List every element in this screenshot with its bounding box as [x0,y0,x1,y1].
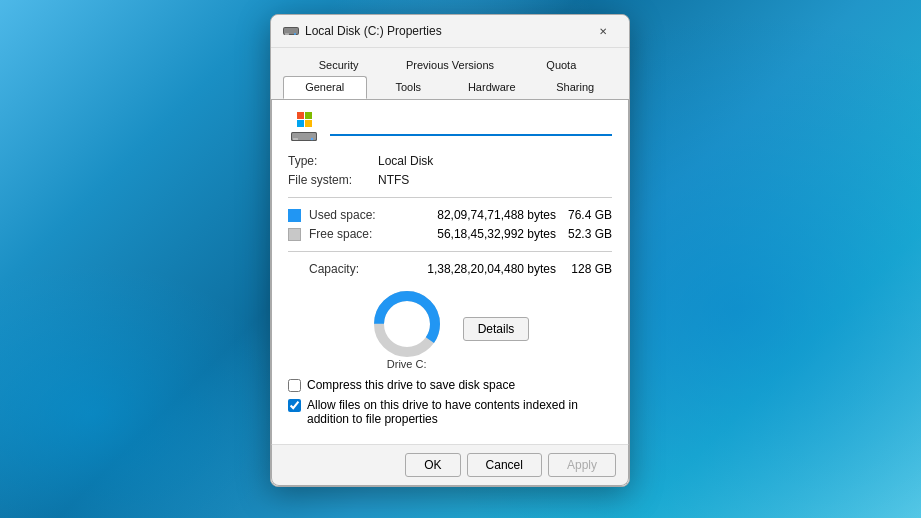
tab-quota[interactable]: Quota [506,54,617,76]
used-color-box [288,209,301,222]
index-checkbox[interactable] [288,399,301,412]
drive-name-input[interactable] [330,116,612,136]
index-checkbox-row: Allow files on this drive to have conten… [288,398,612,426]
titlebar-left: Local Disk (C:) Properties [283,23,442,39]
drive-title-icon [283,23,299,39]
svg-point-7 [311,138,313,140]
used-space-bytes: 82,09,74,71,488 bytes [384,208,564,222]
free-space-size: 52.3 GB [564,227,612,241]
tab-general[interactable]: General [283,76,367,99]
capacity-bytes: 1,38,28,20,04,480 bytes [386,262,564,276]
used-space-label: Used space: [309,208,384,222]
divider-2 [288,251,612,252]
compress-label: Compress this drive to save disk space [307,378,515,392]
filesystem-label: File system: [288,173,378,187]
tab-security[interactable]: Security [283,54,394,76]
svg-rect-6 [293,138,298,140]
capacity-row: Capacity: 1,38,28,20,04,480 bytes 128 GB [288,262,612,276]
capacity-label: Capacity: [288,262,386,276]
drive-header [288,112,612,140]
type-value: Local Disk [378,154,433,168]
window-controls: ✕ [589,21,617,41]
compress-checkbox-row: Compress this drive to save disk space [288,378,612,392]
close-button[interactable]: ✕ [589,21,617,41]
free-space-bytes: 56,18,45,32,992 bytes [384,227,564,241]
compress-checkbox[interactable] [288,379,301,392]
index-label: Allow files on this drive to have conten… [307,398,612,426]
free-space-label: Free space: [309,227,384,241]
free-space-row: Free space: 56,18,45,32,992 bytes 52.3 G… [288,227,612,241]
ok-button[interactable]: OK [405,453,460,477]
tabs-row-2: General Tools Hardware Sharing [283,76,617,99]
dialog-title: Local Disk (C:) Properties [305,24,442,38]
tabs-container: Security Previous Versions Quota General… [271,48,629,99]
svg-rect-2 [285,33,289,35]
properties-dialog: Local Disk (C:) Properties ✕ Security Pr… [270,14,630,487]
divider-1 [288,197,612,198]
used-space-row: Used space: 82,09,74,71,488 bytes 76.4 G… [288,208,612,222]
svg-point-3 [294,33,296,35]
tab-previous-versions[interactable]: Previous Versions [394,54,505,76]
capacity-size: 128 GB [564,262,612,276]
dialog-content: Type: Local Disk File system: NTFS Used … [271,100,629,444]
type-label: Type: [288,154,378,168]
type-row: Type: Local Disk [288,154,612,168]
tab-tools[interactable]: Tools [367,76,451,99]
filesystem-value: NTFS [378,173,409,187]
free-color-box [288,228,301,241]
used-space-size: 76.4 GB [564,208,612,222]
dialog-footer: OK Cancel Apply [271,444,629,486]
details-button[interactable]: Details [463,317,530,341]
chart-section: Drive C: Details [288,288,612,370]
disk-usage-chart [371,288,443,360]
tab-sharing[interactable]: Sharing [534,76,618,99]
drive-icon [288,112,320,140]
cancel-button[interactable]: Cancel [467,453,542,477]
tab-hardware[interactable]: Hardware [450,76,534,99]
filesystem-row: File system: NTFS [288,173,612,187]
apply-button[interactable]: Apply [548,453,616,477]
tabs-row-1: Security Previous Versions Quota [283,54,617,76]
titlebar: Local Disk (C:) Properties ✕ [271,15,629,48]
